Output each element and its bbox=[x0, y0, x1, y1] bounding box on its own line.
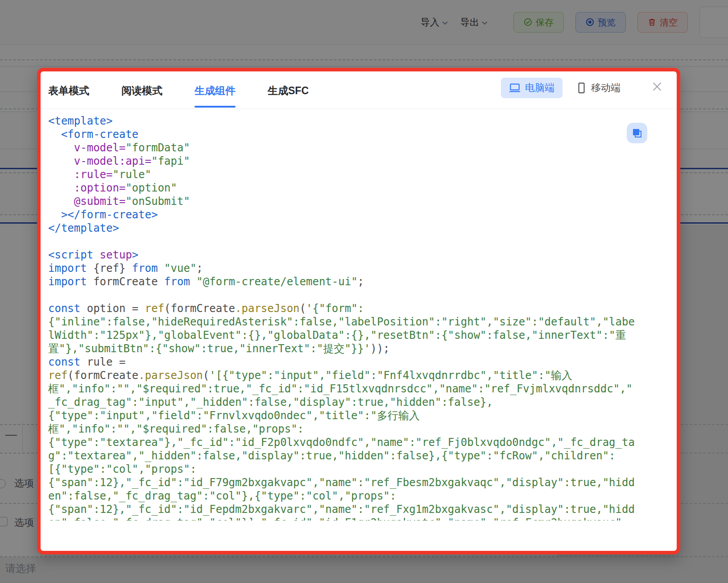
desktop-device-label: 电脑端 bbox=[525, 83, 554, 93]
tab-generate-component[interactable]: 生成组件 bbox=[194, 72, 236, 108]
desktop-device-button[interactable]: 电脑端 bbox=[501, 78, 563, 98]
mobile-device-button[interactable]: 移动端 bbox=[568, 77, 629, 99]
tab-form-mode[interactable]: 表单模式 bbox=[48, 72, 89, 108]
laptop-icon bbox=[509, 83, 521, 93]
mobile-device-label: 移动端 bbox=[591, 83, 620, 93]
generated-code-block: <template> <form-create v-model="formDat… bbox=[41, 112, 677, 521]
mobile-phone-icon bbox=[576, 82, 587, 94]
close-icon bbox=[652, 81, 662, 92]
tab-read-mode[interactable]: 阅读模式 bbox=[121, 72, 162, 108]
device-toggle: 电脑端 移动端 bbox=[501, 77, 629, 99]
tab-generate-sfc[interactable]: 生成SFC bbox=[268, 72, 309, 108]
copy-icon bbox=[632, 128, 642, 138]
close-button[interactable] bbox=[652, 81, 662, 92]
generate-code-dialog: 表单模式 阅读模式 生成组件 生成SFC 电脑端 移动端 <template> … bbox=[37, 68, 680, 554]
copy-code-button[interactable] bbox=[627, 123, 647, 143]
